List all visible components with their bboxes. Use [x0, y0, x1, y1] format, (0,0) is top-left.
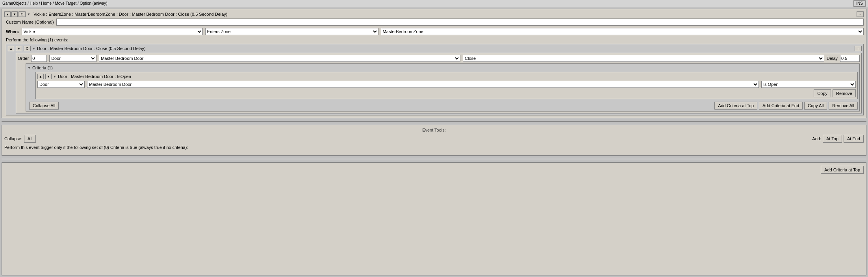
copy-all-button[interactable]: Copy All — [804, 102, 827, 110]
event-up-button[interactable] — [4, 11, 11, 17]
arrow-up-icon — [6, 12, 9, 16]
delay-label: Delay — [827, 56, 838, 61]
criteria-down-button[interactable] — [45, 74, 52, 79]
criteria-controls-row: Door Master Bedroom Door Is Open — [37, 81, 856, 88]
device-name-select[interactable]: Master Bedroom Door — [99, 55, 460, 62]
ins-button[interactable]: INS — [853, 0, 866, 7]
event-title-arrows: C — [4, 11, 26, 17]
action-body: Order Door Master Bedroom Door Close Del… — [16, 53, 862, 113]
criteria-item-header: ▼ Door : Master Bedroom Door : IsOpen — [37, 74, 856, 79]
perform-label: Perform the following (1) events: — [4, 37, 864, 42]
action-down-button[interactable] — [16, 46, 22, 51]
bottom-add-criteria-row: Add Criteria at Top — [4, 165, 864, 175]
when-action-select[interactable]: Enters Zone — [205, 28, 378, 35]
action-title: Door : Master Bedroom Door : Close (0.5 … — [37, 46, 146, 51]
separator-1 — [2, 121, 866, 122]
bottom-criteria-row: Collapse All Add Criteria at Top Add Cri… — [29, 102, 858, 110]
collapse-all-tools-button[interactable]: All — [24, 135, 36, 143]
order-label: Order — [18, 56, 29, 61]
order-input[interactable] — [31, 55, 47, 62]
action-minus-button[interactable]: - — [855, 46, 862, 51]
bottom-criteria-right: Add Criteria at Top Add Criteria at End … — [714, 102, 858, 110]
criteria-device-type-select[interactable]: Door — [37, 81, 85, 88]
content-area: C ▼ Vickie : EntersZone : MasterBedroomZ… — [0, 7, 868, 277]
add-criteria-end-button[interactable]: Add Criteria at End — [759, 102, 803, 110]
main-container: GameObjects / Help / Home / Move Target … — [0, 0, 868, 277]
action-down-icon — [17, 46, 20, 50]
event-tools-bottom: Add Criteria at Top — [2, 162, 866, 275]
bottom-add-criteria-top-button[interactable]: Add Criteria at Top — [821, 166, 864, 174]
action-container: C ▼ Door : Master Bedroom Door : Close (… — [6, 44, 864, 115]
at-top-button[interactable]: At Top — [823, 135, 842, 143]
collapse-add-row: Collapse: All Add: At Top At End — [4, 135, 864, 143]
arrow-down-icon — [13, 12, 16, 16]
criteria-item: ▼ Door : Master Bedroom Door : IsOpen Do… — [35, 72, 858, 99]
criteria-up-icon — [39, 74, 42, 78]
add-criteria-top-button[interactable]: Add Criteria at Top — [714, 102, 757, 110]
custom-name-label: Custom Name (Optional) — [6, 20, 54, 24]
event-title-row: C ▼ Vickie : EntersZone : MasterBedroomZ… — [4, 11, 864, 17]
collapse-all-button[interactable]: Collapse All — [29, 102, 59, 110]
criteria-title: Criteria (1) — [32, 65, 53, 70]
order-delay-row: Order Door Master Bedroom Door Close Del… — [18, 55, 860, 62]
event-collapse-icon: ▼ — [27, 13, 30, 16]
criteria-collapse-icon: ▼ — [28, 66, 31, 70]
event-editor: C ▼ Vickie : EntersZone : MasterBedroomZ… — [2, 9, 866, 118]
delay-input[interactable] — [840, 55, 860, 62]
collapse-label: Collapse: — [4, 136, 22, 141]
action-up-button[interactable] — [8, 46, 14, 51]
when-label: When: — [6, 29, 19, 34]
criteria-section: ▼ Criteria (1) ▼ Door : Master Bedroom D… — [26, 63, 860, 112]
breadcrumb-bar: GameObjects / Help / Home / Move Target … — [0, 0, 868, 7]
when-zone-select[interactable]: MasterBedroomZone — [381, 28, 864, 35]
criteria-item-title: Door : Master Bedroom Door : IsOpen — [58, 74, 131, 79]
when-row: When: Vickie Enters Zone MasterBedroomZo… — [4, 28, 864, 35]
action-c-button[interactable]: C — [24, 46, 31, 51]
action-collapse-icon: ▼ — [32, 47, 35, 50]
criteria-remove-button[interactable]: Remove — [833, 89, 856, 97]
event-title-label: Vickie : EntersZone : MasterBedroomZone … — [33, 12, 228, 17]
breadcrumb: GameObjects / Help / Home / Move Target … — [2, 1, 108, 6]
command-select[interactable]: Close — [463, 55, 824, 62]
when-who-select[interactable]: Vickie — [22, 28, 203, 35]
criteria-copy-button[interactable]: Copy — [814, 89, 831, 97]
separator-2 — [2, 159, 866, 159]
criteria-down-icon — [47, 74, 50, 78]
criteria-device-name-select[interactable]: Master Bedroom Door — [87, 81, 759, 88]
event-tools-header: Event Tools: — [4, 128, 864, 132]
action-header-row: C ▼ Door : Master Bedroom Door : Close (… — [8, 46, 862, 51]
add-label: Add: — [812, 136, 821, 141]
at-end-button[interactable]: At End — [844, 135, 864, 143]
custom-name-row: Custom Name (Optional) — [4, 19, 864, 26]
criteria-header: ▼ Criteria (1) — [28, 65, 858, 70]
criteria-buttons-row: Copy Remove — [37, 89, 856, 97]
perform-trigger-text: Perform this event trigger only if the f… — [4, 144, 864, 151]
remove-all-button[interactable]: Remove All — [829, 102, 858, 110]
device-type-select[interactable]: Door — [49, 55, 96, 62]
action-up-icon — [9, 46, 13, 50]
add-section: Add: At Top At End — [812, 135, 864, 143]
collapse-section: Collapse: All — [4, 135, 36, 143]
criteria-item-collapse-icon: ▼ — [53, 75, 56, 78]
criteria-up-button[interactable] — [37, 74, 44, 79]
event-c-button[interactable]: C — [19, 11, 26, 17]
event-minus-button[interactable]: - — [857, 11, 864, 17]
criteria-condition-select[interactable]: Is Open — [761, 81, 856, 88]
custom-name-input[interactable] — [56, 19, 864, 26]
event-tools-section: Event Tools: Collapse: All Add: At Top A… — [2, 125, 866, 156]
event-down-button[interactable] — [11, 11, 18, 17]
